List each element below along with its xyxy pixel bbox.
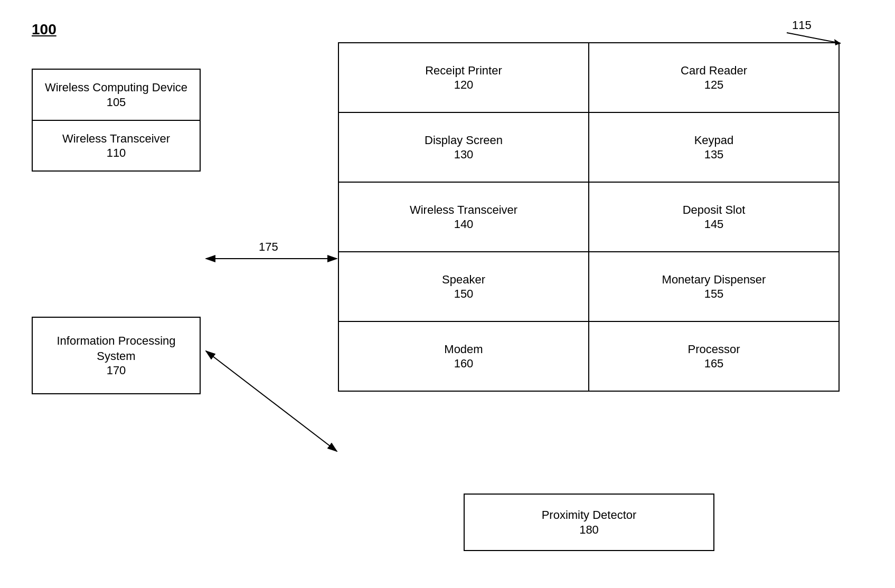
wcd-bottom-section: Wireless Transceiver 110 [33,121,200,171]
grid-row-2: Display Screen 130 Keypad 135 [339,113,839,183]
receipt-printer-number: 120 [454,78,474,92]
keypad-label: Keypad [694,133,734,148]
label-115-text: 115 [792,18,812,32]
proximity-detector-number: 180 [473,523,705,537]
modem-number: 160 [454,357,474,371]
wireless-transceiver-label: Wireless Transceiver [410,203,517,218]
grid-row-3: Wireless Transceiver 140 Deposit Slot 14… [339,183,839,252]
monetary-dispenser-number: 155 [704,287,724,301]
wt-left-label: Wireless Transceiver [38,131,194,147]
grid-row-5: Modem 160 Processor 165 [339,322,839,391]
wcd-top-section: Wireless Computing Device 105 [33,70,200,121]
proximity-detector-label: Proximity Detector [473,508,705,523]
keypad-number: 135 [704,148,724,162]
wcd-box: Wireless Computing Device 105 Wireless T… [32,69,201,172]
speaker-label: Speaker [442,272,485,288]
processor-number: 165 [704,357,724,371]
cell-modem: Modem 160 [339,322,589,391]
wireless-transceiver-number: 140 [454,217,474,231]
cell-deposit-slot: Deposit Slot 145 [589,183,839,251]
card-reader-number: 125 [704,78,724,92]
diagram-container: 100 Wireless Computing Device 105 Wirele… [0,0,895,588]
card-reader-label: Card Reader [681,63,747,79]
cell-processor: Processor 165 [589,322,839,391]
label-175-text: 175 [259,240,278,253]
label-100: 100 [32,21,56,38]
cell-monetary-dispenser: Monetary Dispenser 155 [589,252,839,321]
main-grid: Receipt Printer 120 Card Reader 125 Disp… [338,42,840,392]
cell-card-reader: Card Reader 125 [589,43,839,112]
svg-line-5 [206,351,337,451]
display-screen-label: Display Screen [425,133,503,148]
ips-number: 170 [38,364,194,377]
processor-label: Processor [687,342,740,357]
speaker-number: 150 [454,287,474,301]
grid-row-1: Receipt Printer 120 Card Reader 125 [339,43,839,113]
ips-box: Information Processing System 170 [32,317,201,394]
svg-line-0 [787,33,841,43]
deposit-slot-number: 145 [704,217,724,231]
cell-receipt-printer: Receipt Printer 120 [339,43,589,112]
proximity-detector-box: Proximity Detector 180 [464,494,714,551]
deposit-slot-label: Deposit Slot [683,203,746,218]
ips-label: Information Processing System [38,334,194,364]
receipt-printer-label: Receipt Printer [425,63,502,79]
grid-row-4: Speaker 150 Monetary Dispenser 155 [339,252,839,322]
modem-label: Modem [444,342,483,357]
display-screen-number: 130 [454,148,474,162]
cell-wireless-transceiver: Wireless Transceiver 140 [339,183,589,251]
cell-speaker: Speaker 150 [339,252,589,321]
monetary-dispenser-label: Monetary Dispenser [662,272,766,288]
wt-left-number: 110 [38,146,194,160]
cell-display-screen: Display Screen 130 [339,113,589,182]
wcd-number: 105 [38,96,194,109]
wcd-label: Wireless Computing Device [38,80,194,96]
cell-keypad: Keypad 135 [589,113,839,182]
